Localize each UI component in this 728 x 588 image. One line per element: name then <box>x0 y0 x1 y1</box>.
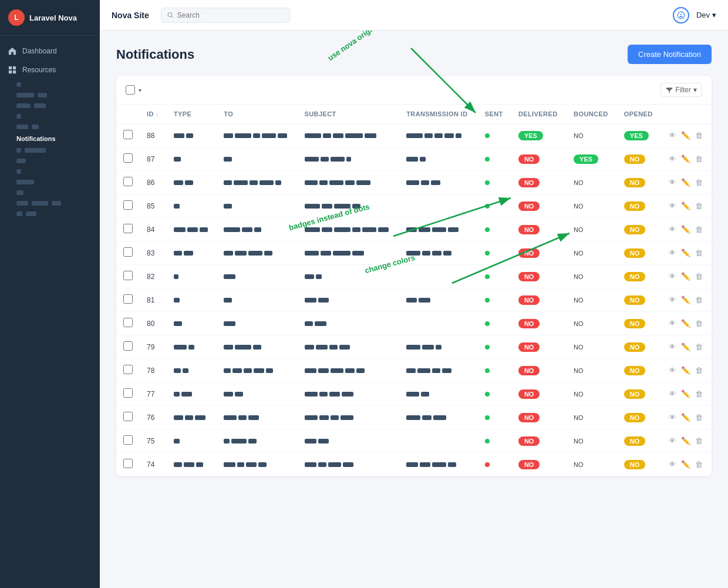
filter-chevron-icon: ▾ <box>693 86 697 94</box>
create-notification-button[interactable]: Create Notification <box>628 45 712 64</box>
view-icon[interactable]: 👁 <box>669 389 676 398</box>
edit-icon[interactable]: ✏️ <box>681 272 690 281</box>
cell-to <box>217 171 297 194</box>
sidebar-sub-placeholder-1[interactable] <box>0 79 100 90</box>
view-icon[interactable]: 👁 <box>669 366 676 375</box>
view-icon[interactable]: 👁 <box>669 154 676 163</box>
cell-opened: NO <box>617 265 662 288</box>
select-dropdown-icon[interactable]: ▾ <box>139 87 141 93</box>
th-id[interactable]: ID ↕ <box>140 105 167 124</box>
user-menu[interactable]: Dev ▾ <box>696 11 716 19</box>
sidebar-sub-placeholder-12[interactable] <box>0 209 100 219</box>
delete-icon[interactable]: 🗑 <box>695 436 703 445</box>
cell-id: 86 <box>140 171 167 194</box>
delete-icon[interactable]: 🗑 <box>695 201 703 210</box>
sent-dot <box>485 274 490 279</box>
search-box[interactable] <box>161 8 290 23</box>
sidebar-sub-placeholder-2[interactable] <box>0 90 100 100</box>
cell-transmission-id <box>399 429 478 453</box>
row-checkbox[interactable] <box>123 294 133 304</box>
svg-point-4 <box>168 12 172 16</box>
edit-icon[interactable]: ✏️ <box>681 295 690 304</box>
select-all-checkbox[interactable] <box>126 85 135 95</box>
edit-icon[interactable]: ✏️ <box>681 178 690 187</box>
edit-icon[interactable]: ✏️ <box>681 154 690 163</box>
edit-icon[interactable]: ✏️ <box>681 366 690 375</box>
search-input[interactable] <box>177 11 284 19</box>
table-row: 85 NO NO NO 👁 ✏️ 🗑 <box>116 194 712 218</box>
sidebar-sub-placeholder-10[interactable] <box>0 187 100 198</box>
row-checkbox[interactable] <box>123 459 133 468</box>
delete-icon[interactable]: 🗑 <box>695 225 703 234</box>
delete-icon[interactable]: 🗑 <box>695 131 703 140</box>
sidebar-sub-placeholder-7[interactable] <box>0 156 100 166</box>
cell-subject <box>298 453 400 476</box>
row-checkbox[interactable] <box>123 153 133 163</box>
sidebar-item-dashboard[interactable]: Dashboard <box>0 42 100 61</box>
sidebar-sub-placeholder-4[interactable] <box>0 111 100 122</box>
edit-icon[interactable]: ✏️ <box>681 131 690 140</box>
row-checkbox[interactable] <box>123 388 133 398</box>
sidebar-sub-placeholder-11[interactable] <box>0 198 100 209</box>
edit-icon[interactable]: ✏️ <box>681 342 690 351</box>
row-checkbox[interactable] <box>123 412 133 421</box>
delete-icon[interactable]: 🗑 <box>695 272 703 281</box>
sidebar-sub-placeholder-6[interactable] <box>0 145 100 156</box>
delete-icon[interactable]: 🗑 <box>695 342 703 351</box>
row-checkbox[interactable] <box>123 318 133 327</box>
view-icon[interactable]: 👁 <box>669 225 676 234</box>
row-checkbox[interactable] <box>123 130 133 139</box>
cell-id: 82 <box>140 265 167 288</box>
cell-sent <box>478 241 511 265</box>
row-checkbox[interactable] <box>123 247 133 257</box>
view-icon[interactable]: 👁 <box>669 272 676 281</box>
edit-icon[interactable]: ✏️ <box>681 201 690 210</box>
edit-icon[interactable]: ✏️ <box>681 436 690 445</box>
view-icon[interactable]: 👁 <box>669 178 676 187</box>
view-icon[interactable]: 👁 <box>669 342 676 351</box>
edit-icon[interactable]: ✏️ <box>681 460 690 469</box>
row-checkbox[interactable] <box>123 271 133 280</box>
row-checkbox[interactable] <box>123 177 133 186</box>
view-icon[interactable]: 👁 <box>669 413 676 422</box>
delete-icon[interactable]: 🗑 <box>695 389 703 398</box>
sidebar-item-resources[interactable]: Resources <box>0 61 100 79</box>
row-checkbox[interactable] <box>123 224 133 233</box>
view-icon[interactable]: 👁 <box>669 295 676 304</box>
edit-icon[interactable]: ✏️ <box>681 248 690 257</box>
cell-actions: 👁 ✏️ 🗑 <box>662 147 712 171</box>
sidebar-sub-placeholder-8[interactable] <box>0 166 100 177</box>
view-icon[interactable]: 👁 <box>669 201 676 210</box>
edit-icon[interactable]: ✏️ <box>681 389 690 398</box>
th-to: TO <box>217 105 297 124</box>
edit-icon[interactable]: ✏️ <box>681 225 690 234</box>
view-icon[interactable]: 👁 <box>669 436 676 445</box>
delete-icon[interactable]: 🗑 <box>695 319 703 328</box>
delete-icon[interactable]: 🗑 <box>695 178 703 187</box>
delete-icon[interactable]: 🗑 <box>695 460 703 469</box>
edit-icon[interactable]: ✏️ <box>681 413 690 422</box>
delete-icon[interactable]: 🗑 <box>695 248 703 257</box>
row-checkbox[interactable] <box>123 435 133 445</box>
sidebar-sub-placeholder-3[interactable] <box>0 100 100 111</box>
edit-icon[interactable]: ✏️ <box>681 319 690 328</box>
sidebar-sub-placeholder-9[interactable] <box>0 177 100 187</box>
view-icon[interactable]: 👁 <box>669 460 676 469</box>
row-checkbox[interactable] <box>123 365 133 374</box>
row-checkbox[interactable] <box>123 341 133 351</box>
delete-icon[interactable]: 🗑 <box>695 295 703 304</box>
view-icon[interactable]: 👁 <box>669 131 676 140</box>
cell-bounced: NO <box>567 265 617 288</box>
delete-icon[interactable]: 🗑 <box>695 154 703 163</box>
filter-button[interactable]: Filter ▾ <box>660 83 702 97</box>
view-icon[interactable]: 👁 <box>669 319 676 328</box>
cell-actions: 👁 ✏️ 🗑 <box>662 312 712 335</box>
delete-icon[interactable]: 🗑 <box>695 366 703 375</box>
cell-delivered: NO <box>511 406 567 429</box>
sidebar-item-notifications[interactable]: Notifications <box>0 132 100 145</box>
delete-icon[interactable]: 🗑 <box>695 413 703 422</box>
view-icon[interactable]: 👁 <box>669 248 676 257</box>
cell-actions: 👁 ✏️ 🗑 <box>662 124 712 147</box>
row-checkbox[interactable] <box>123 200 133 210</box>
sidebar-sub-placeholder-5[interactable] <box>0 122 100 132</box>
